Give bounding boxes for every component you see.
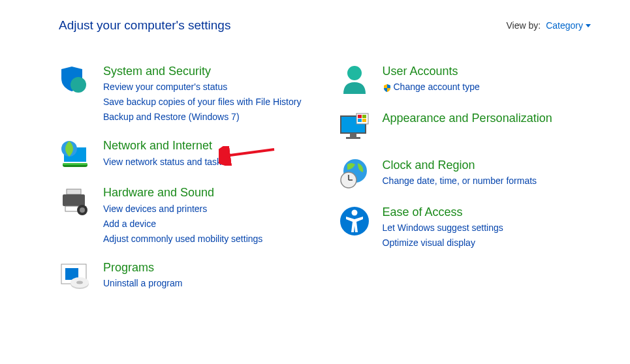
view-by: View by: Category [507, 20, 591, 31]
network-icon[interactable] [59, 138, 91, 171]
svg-rect-6 [63, 194, 85, 206]
printer-icon[interactable] [59, 185, 91, 218]
svg-rect-5 [67, 189, 81, 194]
category-user-accounts: User Accounts Change account type [338, 64, 591, 97]
programs-icon[interactable] [59, 260, 91, 293]
category-title[interactable]: Hardware and Sound [103, 185, 262, 200]
uac-shield-icon [383, 83, 392, 92]
category-title[interactable]: Appearance and Personalization [383, 111, 552, 126]
category-title[interactable]: System and Security [103, 64, 301, 79]
svg-point-15 [347, 66, 362, 80]
category-programs: Programs Uninstall a program [59, 260, 312, 293]
svg-rect-23 [358, 119, 362, 122]
shield-icon[interactable] [59, 64, 91, 97]
page-title: Adjust your computer's settings [59, 18, 230, 33]
category-link[interactable]: Add a device [103, 217, 262, 231]
category-link[interactable]: Adjust commonly used mobility settings [103, 232, 262, 246]
category-link[interactable]: View network status and tasks [103, 155, 226, 169]
category-hardware-sound: Hardware and Sound View devices and prin… [59, 185, 312, 245]
category-title[interactable]: Ease of Access [383, 205, 503, 220]
svg-point-0 [71, 77, 86, 93]
category-link[interactable]: View devices and printers [103, 202, 262, 216]
category-appearance: Appearance and Personalization [338, 111, 591, 144]
category-link[interactable]: Backup and Restore (Windows 7) [103, 110, 301, 124]
category-link[interactable]: Uninstall a program [103, 277, 182, 290]
svg-rect-24 [362, 119, 366, 122]
right-column: User Accounts Change account type [338, 64, 591, 293]
category-link[interactable]: Change date, time, or number formats [383, 174, 537, 188]
chevron-down-icon [586, 24, 591, 27]
left-column: System and Security Review your computer… [59, 64, 312, 293]
category-title[interactable]: User Accounts [383, 64, 480, 79]
accessibility-icon[interactable] [338, 205, 371, 237]
svg-rect-4 [63, 163, 87, 165]
category-link-text: Change account type [394, 80, 480, 94]
view-by-dropdown[interactable]: Category [546, 20, 591, 31]
view-by-value-text: Category [546, 20, 583, 31]
svg-rect-22 [362, 115, 366, 118]
category-clock-region: L Clock and Region Change date, time, or… [338, 158, 591, 190]
user-icon[interactable] [338, 64, 371, 97]
header: Adjust your computer's settings View by:… [59, 18, 591, 33]
category-ease-of-access: Ease of Access Let Windows suggest setti… [338, 205, 591, 250]
svg-rect-19 [346, 137, 360, 139]
svg-point-31 [351, 210, 357, 216]
clock-globe-icon[interactable]: L [338, 158, 371, 190]
svg-point-9 [80, 207, 85, 213]
category-link[interactable]: Change account type [383, 80, 480, 94]
category-columns: System and Security Review your computer… [59, 64, 591, 293]
svg-rect-21 [358, 115, 362, 118]
category-title[interactable]: Clock and Region [383, 158, 537, 173]
category-system-security: System and Security Review your computer… [59, 64, 312, 124]
view-by-label: View by: [507, 20, 541, 31]
category-link[interactable]: Review your computer's status [103, 80, 301, 94]
category-title[interactable]: Network and Internet [103, 138, 226, 153]
category-title[interactable]: Programs [103, 260, 182, 275]
svg-point-14 [76, 281, 83, 284]
category-network-internet: Network and Internet View network status… [59, 138, 312, 171]
svg-rect-18 [350, 133, 356, 137]
svg-text:L: L [347, 174, 349, 178]
category-link[interactable]: Optimize visual display [383, 236, 503, 250]
category-link[interactable]: Let Windows suggest settings [383, 221, 503, 235]
monitor-icon[interactable] [338, 111, 371, 144]
category-link[interactable]: Save backup copies of your files with Fi… [103, 95, 301, 109]
